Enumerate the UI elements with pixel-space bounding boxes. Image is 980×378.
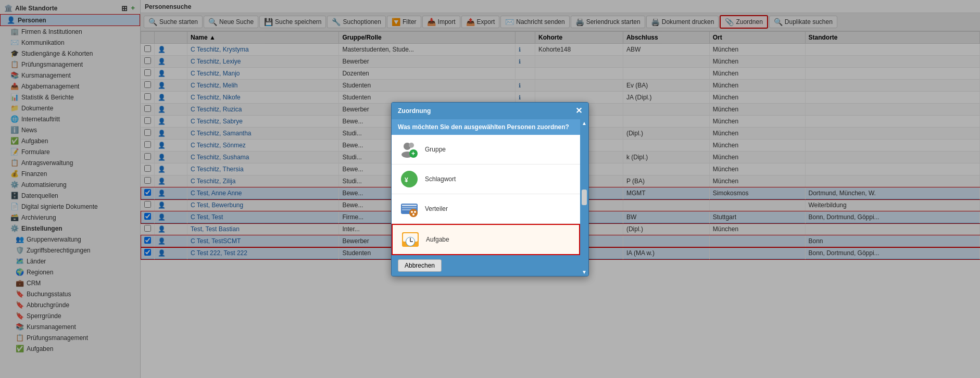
- schlagwort-icon: ¥: [400, 170, 419, 188]
- scroll-thumb[interactable]: [582, 190, 587, 205]
- aufgabe-icon: [401, 230, 420, 249]
- svg-text:+: +: [411, 150, 415, 157]
- modal-footer: Abbrechen: [392, 255, 580, 276]
- zuordnung-modal: Zuordnung ✕ Was möchten Sie den ausgewäh…: [391, 102, 589, 276]
- verteiler-icon: [400, 199, 419, 218]
- modal-question: Was möchten Sie den ausgewählten Persone…: [392, 119, 580, 135]
- svg-rect-11: [402, 209, 411, 210]
- modal-option-verteiler[interactable]: Verteiler: [392, 194, 580, 224]
- modal-close-button[interactable]: ✕: [575, 107, 582, 115]
- modal-scrollbar[interactable]: ▲ ▼: [580, 119, 588, 276]
- svg-point-1: [409, 143, 414, 148]
- svg-point-14: [414, 211, 416, 213]
- verteiler-label: Verteiler: [425, 205, 448, 212]
- schlagwort-label: Schlagwort: [425, 175, 456, 183]
- modal-title: Zuordnung: [398, 107, 431, 115]
- svg-text:¥: ¥: [405, 177, 408, 184]
- modal-body: + Gruppe ¥ Schlagwort: [392, 135, 580, 255]
- scroll-up-icon[interactable]: ▲: [582, 120, 587, 126]
- scroll-down-icon[interactable]: ▼: [582, 269, 587, 275]
- svg-rect-10: [402, 207, 417, 208]
- svg-point-6: [401, 171, 418, 187]
- svg-point-12: [409, 209, 418, 217]
- svg-point-15: [412, 213, 414, 216]
- modal-cancel-button[interactable]: Abbrechen: [398, 259, 442, 272]
- gruppe-icon: +: [400, 140, 419, 159]
- svg-point-13: [411, 211, 413, 213]
- gruppe-label: Gruppe: [425, 146, 446, 153]
- modal-overlay[interactable]: Zuordnung ✕ Was möchten Sie den ausgewäh…: [0, 0, 980, 378]
- aufgabe-label: Aufgabe: [426, 236, 449, 243]
- modal-header: Zuordnung ✕: [392, 103, 588, 119]
- modal-option-aufgabe[interactable]: Aufgabe: [392, 224, 580, 255]
- svg-rect-9: [402, 205, 417, 206]
- modal-option-schlagwort[interactable]: ¥ Schlagwort: [392, 165, 580, 194]
- modal-option-gruppe[interactable]: + Gruppe: [392, 135, 580, 165]
